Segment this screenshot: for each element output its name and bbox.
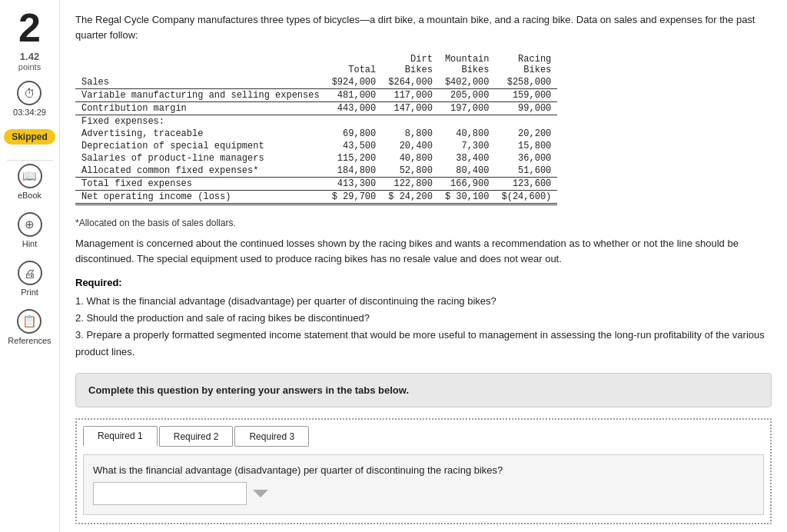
row-value-mountain: 205,000 <box>439 89 496 102</box>
row-value-total: 115,200 <box>326 152 383 165</box>
main-content: The Regal Cycle Company manufactures thr… <box>60 0 787 532</box>
col-header-racing: RacingBikes <box>495 53 557 76</box>
question-number: 2 <box>18 8 41 48</box>
table-row: Allocated common fixed expenses*184,8005… <box>75 165 557 178</box>
row-value-racing: 36,000 <box>495 152 557 165</box>
col-header-dirt: DirtBikes <box>382 53 439 76</box>
tab-req2[interactable]: Required 2 <box>159 426 234 447</box>
row-label: Fixed expenses: <box>75 115 326 128</box>
row-value-racing: $(24,600) <box>495 191 557 204</box>
row-label: Depreciation of special equipment <box>75 140 326 152</box>
row-value-total: 69,800 <box>326 128 383 140</box>
row-value-total <box>326 115 383 128</box>
management-text: Management is concerned about the contin… <box>75 236 772 266</box>
row-value-racing: 159,000 <box>495 89 557 102</box>
table-row: Advertising, traceable69,8008,80040,8002… <box>75 128 557 140</box>
row-label: Salaries of product-line managers <box>75 152 326 165</box>
row-value-dirt: 8,800 <box>382 128 439 140</box>
row-value-dirt: $ 24,200 <box>382 191 439 204</box>
row-value-mountain <box>439 115 496 128</box>
row-value-racing: 99,000 <box>495 102 557 115</box>
tab-active-content: What is the financial advantage (disadva… <box>83 454 764 515</box>
complete-question-text: Complete this question by entering your … <box>88 384 409 396</box>
table-row: Sales$924,000$264,000$402,000$258,000 <box>75 76 557 89</box>
row-label: Sales <box>75 76 326 89</box>
col-header-label <box>75 53 326 76</box>
required-item: 2. Should the production and sale of rac… <box>75 310 772 327</box>
row-value-total: 443,000 <box>326 102 383 115</box>
sidebar: 2 1.42 points ⏱ 03:34:29 Skipped 📖 eBook… <box>0 0 60 532</box>
hint-icon: ⊕ <box>18 212 42 237</box>
tabs-row: Required 1Required 2Required 3 <box>83 426 764 447</box>
tab-req3[interactable]: Required 3 <box>234 426 309 447</box>
ebook-label: eBook <box>18 191 42 200</box>
required-item: 1. What is the financial advantage (disa… <box>75 293 772 310</box>
tabs-container: Required 1Required 2Required 3 What is t… <box>75 418 772 524</box>
row-value-total: 184,800 <box>326 165 383 178</box>
row-label: Advertising, traceable <box>75 128 326 140</box>
required-item: 3. Prepare a properly formatted segmente… <box>75 327 772 361</box>
problem-intro: The Regal Cycle Company manufactures thr… <box>75 12 772 42</box>
row-value-mountain: $ 30,100 <box>439 191 496 204</box>
row-value-mountain: 166,900 <box>439 178 496 191</box>
row-value-total: $924,000 <box>326 76 383 89</box>
row-value-racing: 123,600 <box>495 178 557 191</box>
points-label: points <box>18 62 41 71</box>
complete-question-box: Complete this question by entering your … <box>75 373 772 407</box>
timer-icon: ⏱ <box>17 81 42 105</box>
skipped-button[interactable]: Skipped <box>4 129 55 145</box>
row-value-racing: 20,200 <box>495 128 557 140</box>
row-value-racing: 15,800 <box>495 140 557 152</box>
references-icon: 📋 <box>17 309 42 334</box>
timer-item[interactable]: ⏱ 03:34:29 <box>13 81 46 117</box>
row-value-racing: 51,600 <box>495 165 557 178</box>
row-label: Contribution margin <box>75 102 326 115</box>
row-label: Total fixed expenses <box>75 178 326 191</box>
table-row: Fixed expenses: <box>75 115 557 128</box>
row-label: Allocated common fixed expenses* <box>75 165 326 178</box>
table-footnote: *Allocated on the basis of sales dollars… <box>75 218 772 228</box>
row-value-total: $ 29,700 <box>326 191 383 204</box>
row-value-racing: $258,000 <box>495 76 557 89</box>
row-value-mountain: 7,300 <box>439 140 496 152</box>
table-row: Depreciation of special equipment43,5002… <box>75 140 557 152</box>
row-value-dirt: 52,800 <box>382 165 439 178</box>
row-value-dirt: 117,000 <box>382 89 439 102</box>
row-value-total: 481,000 <box>326 89 383 102</box>
financial-table-wrapper: Total DirtBikes MountainBikes RacingBike… <box>75 53 772 205</box>
points-value: 1.42 <box>18 51 41 62</box>
row-value-dirt: 122,800 <box>382 178 439 191</box>
row-label: Variable manufacturing and selling expen… <box>75 89 326 102</box>
row-value-dirt: 147,000 <box>382 102 439 115</box>
row-value-total: 43,500 <box>326 140 383 152</box>
col-header-mountain: MountainBikes <box>439 53 496 76</box>
row-value-dirt: 20,400 <box>382 140 439 152</box>
sidebar-divider <box>7 160 53 161</box>
row-value-mountain: 40,800 <box>439 128 496 140</box>
row-value-dirt: $264,000 <box>382 76 439 89</box>
print-item[interactable]: 🖨 Print <box>18 261 42 297</box>
references-item[interactable]: 📋 References <box>8 309 51 345</box>
table-row: Variable manufacturing and selling expen… <box>75 89 557 102</box>
table-row: Contribution margin443,000147,000197,000… <box>75 102 557 115</box>
financial-table: Total DirtBikes MountainBikes RacingBike… <box>75 53 557 205</box>
row-value-racing <box>495 115 557 128</box>
col-header-total: Total <box>326 53 383 76</box>
row-value-mountain: 38,400 <box>439 152 496 165</box>
print-label: Print <box>21 288 38 297</box>
row-value-mountain: 80,400 <box>439 165 496 178</box>
tab-question-text: What is the financial advantage (disadva… <box>93 464 754 476</box>
row-value-total: 413,300 <box>326 178 383 191</box>
row-value-dirt <box>382 115 439 128</box>
answer-box <box>93 482 754 505</box>
timer-value: 03:34:29 <box>13 108 46 117</box>
hint-item[interactable]: ⊕ Hint <box>18 212 42 248</box>
references-label: References <box>8 336 51 345</box>
tab-req1[interactable]: Required 1 <box>83 426 158 447</box>
answer-input[interactable] <box>93 482 247 505</box>
table-row: Net operating income (loss)$ 29,700$ 24,… <box>75 191 557 204</box>
ebook-item[interactable]: 📖 eBook <box>18 164 42 200</box>
required-title: Required: <box>75 277 772 288</box>
ebook-icon: 📖 <box>18 164 42 188</box>
row-label: Net operating income (loss) <box>75 191 326 204</box>
